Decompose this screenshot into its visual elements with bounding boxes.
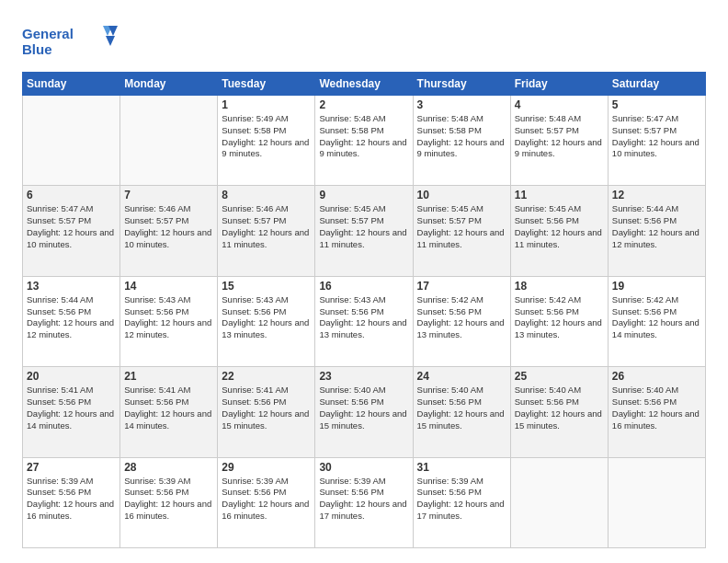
day-cell: 1Sunrise: 5:49 AM Sunset: 5:58 PM Daylig… <box>218 96 315 186</box>
day-cell: 25Sunrise: 5:40 AM Sunset: 5:56 PM Dayli… <box>510 367 608 457</box>
day-number: 26 <box>612 370 701 383</box>
col-header-monday: Monday <box>120 73 218 96</box>
day-info: Sunrise: 5:45 AM Sunset: 5:57 PM Dayligh… <box>319 203 408 250</box>
day-cell: 11Sunrise: 5:45 AM Sunset: 5:56 PM Dayli… <box>510 186 608 276</box>
day-info: Sunrise: 5:47 AM Sunset: 5:57 PM Dayligh… <box>27 203 116 250</box>
day-cell: 18Sunrise: 5:42 AM Sunset: 5:56 PM Dayli… <box>510 276 608 366</box>
day-number: 2 <box>319 98 408 111</box>
day-info: Sunrise: 5:44 AM Sunset: 5:56 PM Dayligh… <box>27 294 116 341</box>
svg-marker-4 <box>106 36 115 46</box>
col-header-tuesday: Tuesday <box>218 73 315 96</box>
day-info: Sunrise: 5:39 AM Sunset: 5:56 PM Dayligh… <box>124 476 213 523</box>
day-cell: 17Sunrise: 5:42 AM Sunset: 5:56 PM Dayli… <box>413 276 510 366</box>
week-row-5: 27Sunrise: 5:39 AM Sunset: 5:56 PM Dayli… <box>23 457 706 547</box>
day-cell <box>608 457 705 547</box>
day-number: 30 <box>319 461 408 474</box>
day-number: 12 <box>612 189 701 201</box>
day-number: 14 <box>124 280 213 293</box>
page: General Blue SundayMondayTuesdayWednesda… <box>0 0 728 563</box>
day-cell: 5Sunrise: 5:47 AM Sunset: 5:57 PM Daylig… <box>608 96 705 186</box>
day-info: Sunrise: 5:46 AM Sunset: 5:57 PM Dayligh… <box>124 203 213 250</box>
day-number: 24 <box>417 370 506 383</box>
day-cell <box>510 457 608 547</box>
day-number: 29 <box>222 461 311 474</box>
day-info: Sunrise: 5:39 AM Sunset: 5:56 PM Dayligh… <box>417 476 506 523</box>
col-header-friday: Friday <box>510 73 608 96</box>
day-cell: 24Sunrise: 5:40 AM Sunset: 5:56 PM Dayli… <box>413 367 510 457</box>
day-cell: 21Sunrise: 5:41 AM Sunset: 5:56 PM Dayli… <box>120 367 218 457</box>
day-cell: 26Sunrise: 5:40 AM Sunset: 5:56 PM Dayli… <box>608 367 705 457</box>
day-number: 7 <box>124 189 213 201</box>
day-number: 11 <box>515 189 604 201</box>
day-cell: 6Sunrise: 5:47 AM Sunset: 5:57 PM Daylig… <box>23 186 120 276</box>
day-cell: 16Sunrise: 5:43 AM Sunset: 5:56 PM Dayli… <box>315 276 413 366</box>
day-info: Sunrise: 5:49 AM Sunset: 5:58 PM Dayligh… <box>222 113 311 160</box>
day-info: Sunrise: 5:46 AM Sunset: 5:57 PM Dayligh… <box>222 203 311 250</box>
header: General Blue <box>22 18 706 63</box>
day-number: 13 <box>27 280 116 293</box>
day-info: Sunrise: 5:41 AM Sunset: 5:56 PM Dayligh… <box>27 385 116 431</box>
day-cell: 3Sunrise: 5:48 AM Sunset: 5:58 PM Daylig… <box>413 96 510 186</box>
week-row-2: 6Sunrise: 5:47 AM Sunset: 5:57 PM Daylig… <box>23 186 706 276</box>
day-info: Sunrise: 5:39 AM Sunset: 5:56 PM Dayligh… <box>27 476 116 523</box>
day-number: 28 <box>124 461 213 474</box>
day-number: 10 <box>417 189 506 201</box>
day-cell <box>23 96 120 186</box>
calendar-table: SundayMondayTuesdayWednesdayThursdayFrid… <box>22 72 706 548</box>
week-row-3: 13Sunrise: 5:44 AM Sunset: 5:56 PM Dayli… <box>23 276 706 366</box>
day-info: Sunrise: 5:48 AM Sunset: 5:57 PM Dayligh… <box>515 113 604 160</box>
day-info: Sunrise: 5:43 AM Sunset: 5:56 PM Dayligh… <box>319 294 408 341</box>
day-number: 19 <box>612 280 701 293</box>
day-info: Sunrise: 5:43 AM Sunset: 5:56 PM Dayligh… <box>222 294 311 341</box>
week-row-4: 20Sunrise: 5:41 AM Sunset: 5:56 PM Dayli… <box>23 367 706 457</box>
day-number: 9 <box>319 189 408 201</box>
day-cell: 31Sunrise: 5:39 AM Sunset: 5:56 PM Dayli… <box>413 457 510 547</box>
day-number: 6 <box>27 189 116 201</box>
day-number: 20 <box>27 370 116 383</box>
day-cell: 10Sunrise: 5:45 AM Sunset: 5:57 PM Dayli… <box>413 186 510 276</box>
day-cell: 8Sunrise: 5:46 AM Sunset: 5:57 PM Daylig… <box>218 186 315 276</box>
day-info: Sunrise: 5:41 AM Sunset: 5:56 PM Dayligh… <box>124 385 213 431</box>
day-number: 31 <box>417 461 506 474</box>
day-cell: 2Sunrise: 5:48 AM Sunset: 5:58 PM Daylig… <box>315 96 413 186</box>
day-number: 22 <box>222 370 311 383</box>
day-cell: 27Sunrise: 5:39 AM Sunset: 5:56 PM Dayli… <box>23 457 120 547</box>
day-info: Sunrise: 5:40 AM Sunset: 5:56 PM Dayligh… <box>319 385 408 431</box>
week-row-1: 1Sunrise: 5:49 AM Sunset: 5:58 PM Daylig… <box>23 96 706 186</box>
day-cell: 4Sunrise: 5:48 AM Sunset: 5:57 PM Daylig… <box>510 96 608 186</box>
calendar-header-row: SundayMondayTuesdayWednesdayThursdayFrid… <box>23 73 706 96</box>
svg-text:Blue: Blue <box>22 41 52 57</box>
day-info: Sunrise: 5:39 AM Sunset: 5:56 PM Dayligh… <box>319 476 408 523</box>
logo-svg: General Blue <box>22 22 123 63</box>
col-header-saturday: Saturday <box>608 73 705 96</box>
day-number: 17 <box>417 280 506 293</box>
day-info: Sunrise: 5:43 AM Sunset: 5:56 PM Dayligh… <box>124 294 213 341</box>
day-cell: 19Sunrise: 5:42 AM Sunset: 5:56 PM Dayli… <box>608 276 705 366</box>
col-header-wednesday: Wednesday <box>315 73 413 96</box>
day-number: 15 <box>222 280 311 293</box>
day-number: 21 <box>124 370 213 383</box>
day-info: Sunrise: 5:45 AM Sunset: 5:57 PM Dayligh… <box>417 203 506 250</box>
day-cell: 23Sunrise: 5:40 AM Sunset: 5:56 PM Dayli… <box>315 367 413 457</box>
day-number: 5 <box>612 98 701 111</box>
day-cell: 14Sunrise: 5:43 AM Sunset: 5:56 PM Dayli… <box>120 276 218 366</box>
day-info: Sunrise: 5:40 AM Sunset: 5:56 PM Dayligh… <box>515 385 604 431</box>
day-number: 16 <box>319 280 408 293</box>
day-number: 4 <box>515 98 604 111</box>
day-info: Sunrise: 5:48 AM Sunset: 5:58 PM Dayligh… <box>417 113 506 160</box>
day-info: Sunrise: 5:45 AM Sunset: 5:56 PM Dayligh… <box>515 203 604 250</box>
day-info: Sunrise: 5:40 AM Sunset: 5:56 PM Dayligh… <box>417 385 506 431</box>
day-cell: 7Sunrise: 5:46 AM Sunset: 5:57 PM Daylig… <box>120 186 218 276</box>
col-header-thursday: Thursday <box>413 73 510 96</box>
day-number: 23 <box>319 370 408 383</box>
day-cell: 15Sunrise: 5:43 AM Sunset: 5:56 PM Dayli… <box>218 276 315 366</box>
day-number: 25 <box>515 370 604 383</box>
day-info: Sunrise: 5:40 AM Sunset: 5:56 PM Dayligh… <box>612 385 701 431</box>
day-number: 18 <box>515 280 604 293</box>
day-info: Sunrise: 5:42 AM Sunset: 5:56 PM Dayligh… <box>515 294 604 341</box>
day-info: Sunrise: 5:47 AM Sunset: 5:57 PM Dayligh… <box>612 113 701 160</box>
day-cell: 12Sunrise: 5:44 AM Sunset: 5:56 PM Dayli… <box>608 186 705 276</box>
day-info: Sunrise: 5:42 AM Sunset: 5:56 PM Dayligh… <box>417 294 506 341</box>
day-number: 8 <box>222 189 311 201</box>
day-number: 1 <box>222 98 311 111</box>
